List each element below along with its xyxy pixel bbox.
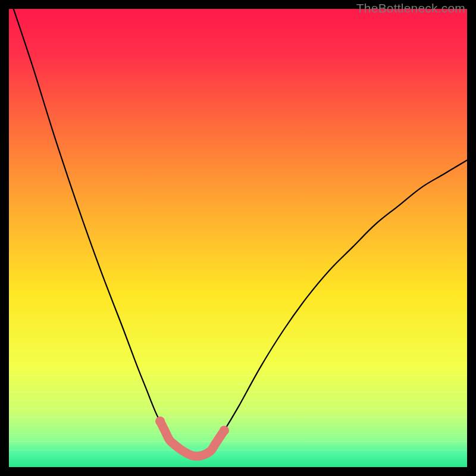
svg-rect-8 [9,433,467,434]
chart-svg [9,9,467,467]
chart-plot-area [9,9,467,467]
svg-rect-2 [9,384,467,384]
svg-rect-7 [9,425,467,425]
svg-rect-9 [9,441,467,442]
highlight-end-dot [220,425,229,435]
svg-rect-6 [9,416,467,417]
svg-rect-1 [9,375,467,376]
chart-frame: TheBottleneck.com [0,0,476,476]
svg-rect-0 [9,9,467,467]
svg-rect-10 [9,450,467,450]
svg-rect-3 [9,392,467,393]
watermark-text: TheBottleneck.com [356,1,465,15]
highlight-end-dot [155,416,165,426]
svg-rect-4 [9,400,467,401]
